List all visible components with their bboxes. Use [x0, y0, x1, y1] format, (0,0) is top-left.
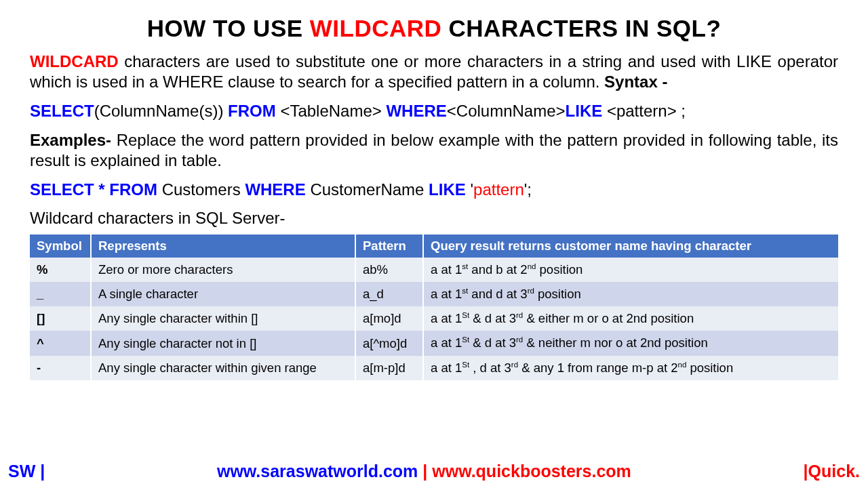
syntax-table: <TableName> [280, 102, 386, 120]
th-represents: Represents [91, 235, 355, 258]
cell-result: a at 1st and d at 3rd position [423, 282, 838, 306]
cell-represents: Any single character within given range [91, 356, 355, 380]
page-title: HOW TO USE WILDCARD CHARACTERS IN SQL? [30, 15, 838, 42]
footer-left: SW | [8, 462, 45, 481]
cell-represents: Any single character not in [] [91, 331, 355, 355]
table-row: -Any single character within given range… [30, 356, 838, 380]
cell-pattern: a[^mo]d [355, 331, 423, 355]
cell-represents: A single character [91, 282, 355, 306]
th-result: Query result returns customer name havin… [423, 235, 838, 258]
th-symbol: Symbol [30, 235, 91, 258]
title-post: CHARACTERS IN SQL? [441, 15, 721, 41]
cell-represents: Any single character within [] [91, 306, 355, 331]
title-pre: HOW TO USE [147, 15, 310, 41]
eq-where: WHERE [245, 180, 310, 199]
intro-highlight: WILDCARD [30, 52, 119, 70]
eq-like: LIKE [429, 180, 470, 199]
cell-symbol: _ [30, 282, 91, 306]
footer-center: www.saraswatworld.com | www.quickbooster… [45, 462, 803, 481]
table-row: ^Any single character not in []a[^mo]da … [30, 331, 838, 355]
kw-select: SELECT [30, 102, 94, 120]
cell-pattern: a[mo]d [355, 306, 423, 331]
footer: SW | www.saraswatworld.com | www.quickbo… [0, 462, 868, 481]
table-header-row: Symbol Represents Pattern Query result r… [30, 235, 838, 258]
wildcard-table: Symbol Represents Pattern Query result r… [30, 235, 838, 380]
title-highlight: WILDCARD [310, 15, 442, 41]
cell-result: a at 1St & d at 3rd & either m or o at 2… [423, 306, 838, 331]
syntax-colname: <ColumnName> [447, 102, 566, 120]
cell-pattern: a[m-p]d [355, 356, 423, 380]
cell-symbol: % [30, 258, 91, 282]
subhead: Wildcard characters in SQL Server- [30, 209, 838, 228]
footer-url2: www.quickboosters.com [432, 462, 631, 481]
cell-symbol: ^ [30, 331, 91, 355]
syntax-pattern: <pattern> ; [607, 102, 686, 120]
cell-symbol: [] [30, 306, 91, 331]
examples-paragraph: Examples- Replace the word pattern provi… [30, 130, 838, 171]
cell-pattern: ab% [355, 258, 423, 282]
footer-pipe: | [418, 462, 432, 481]
intro-body: characters are used to substitute one or… [30, 52, 838, 91]
examples-label: Examples- [30, 131, 111, 149]
cell-represents: Zero or more characters [91, 258, 355, 282]
kw-like: LIKE [566, 102, 607, 120]
syntax-line: SELECT(ColumnName(s)) FROM <TableName> W… [30, 102, 838, 121]
table-row: _A single charactera_da at 1st and d at … [30, 282, 838, 306]
eq-q2: '; [524, 180, 532, 199]
th-pattern: Pattern [355, 235, 423, 258]
cell-result: a at 1St , d at 3rd & any 1 from range m… [423, 356, 838, 380]
example-query-line: SELECT * FROM Customers WHERE CustomerNa… [30, 180, 838, 199]
cell-result: a at 1st and b at 2nd position [423, 258, 838, 282]
kw-where: WHERE [386, 102, 446, 120]
table-row: %Zero or more charactersab%a at 1st and … [30, 258, 838, 282]
footer-url1: www.saraswatworld.com [217, 462, 418, 481]
eq-select: SELECT * FROM [30, 180, 162, 199]
syntax-label: Syntax - [604, 73, 667, 91]
cell-result: a at 1St & d at 3rd & neither m nor o at… [423, 331, 838, 355]
footer-right: |Quick. [804, 462, 860, 481]
eq-pattern: pattern [473, 180, 524, 199]
intro-paragraph: WILDCARD characters are used to substitu… [30, 52, 838, 92]
examples-body: Replace the word pattern provided in bel… [30, 131, 838, 169]
cell-pattern: a_d [355, 282, 423, 306]
syntax-cols: (ColumnName(s)) [94, 102, 228, 120]
cell-symbol: - [30, 356, 91, 380]
eq-col: CustomerName [310, 180, 429, 199]
eq-table: Customers [162, 180, 245, 199]
table-row: []Any single character within []a[mo]da … [30, 306, 838, 331]
kw-from: FROM [228, 102, 280, 120]
